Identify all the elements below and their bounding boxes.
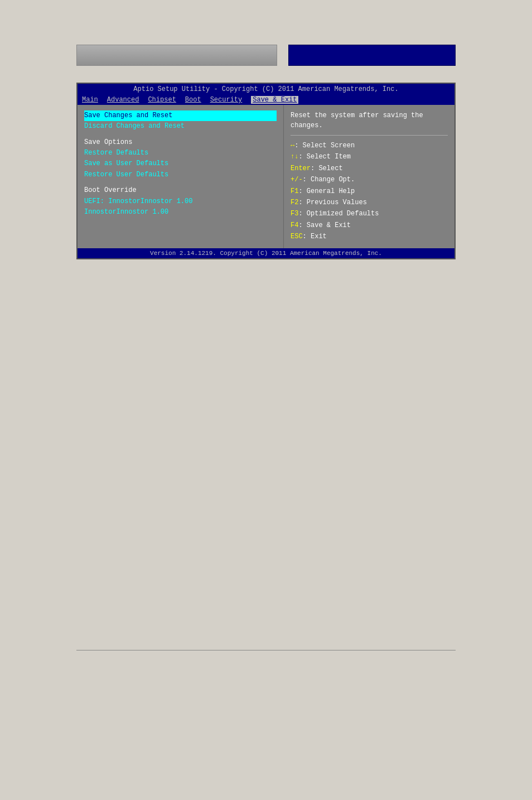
page-wrapper: Aptio Setup Utility - Copyright (C) 2011… xyxy=(0,0,532,800)
key-help-enter: Enter: Select xyxy=(291,163,448,174)
menu-item-boot[interactable]: Boot xyxy=(185,96,201,104)
bios-right-panel: Reset the system after saving the change… xyxy=(284,105,454,248)
bios-help-text: Reset the system after saving the change… xyxy=(291,110,448,131)
key-help-f3: F3: Optimized Defaults xyxy=(291,208,448,219)
menu-restore-user-defaults[interactable]: Restore User Defaults xyxy=(84,170,277,180)
spacer-2 xyxy=(84,180,277,186)
menu-item-security[interactable]: Security xyxy=(210,96,243,104)
bottom-rule-area xyxy=(76,650,456,653)
menu-uefi-innostor[interactable]: UEFI: InnostorInnostor 1.00 xyxy=(84,196,277,207)
bios-title-bar: Aptio Setup Utility - Copyright (C) 2011… xyxy=(78,84,454,95)
key-help-select-item: ↑↓: Select Item xyxy=(291,151,448,162)
key-help-f4: F4: Save & Exit xyxy=(291,220,448,231)
bios-footer: Version 2.14.1219. Copyright (C) 2011 Am… xyxy=(78,248,454,258)
menu-item-main[interactable]: Main xyxy=(82,96,98,104)
bios-title-text: Aptio Setup Utility - Copyright (C) 2011… xyxy=(133,85,398,93)
header-save-options: Save Options xyxy=(84,137,277,148)
menu-discard-changes-reset[interactable]: Discard Changes and Reset xyxy=(84,121,277,132)
top-bar-area xyxy=(76,45,456,66)
bios-left-panel: Save Changes and Reset Discard Changes a… xyxy=(78,105,284,248)
menu-save-as-user-defaults[interactable]: Save as User Defaults xyxy=(84,158,277,169)
top-bar-left xyxy=(76,45,277,66)
bios-container: Aptio Setup Utility - Copyright (C) 2011… xyxy=(76,83,456,259)
key-help-select-screen: ↔: Select Screen xyxy=(291,140,448,151)
spacer-1 xyxy=(84,132,277,137)
header-boot-override: Boot Override xyxy=(84,185,277,196)
menu-innostor[interactable]: InnostorInnostor 1.00 xyxy=(84,207,277,218)
bios-menu-bar: Main Advanced Chipset Boot Security Save… xyxy=(78,95,454,105)
key-help-f1: F1: General Help xyxy=(291,186,448,197)
menu-item-chipset[interactable]: Chipset xyxy=(148,96,176,104)
menu-item-advanced[interactable]: Advanced xyxy=(107,96,139,104)
menu-save-changes-reset[interactable]: Save Changes and Reset xyxy=(84,110,277,121)
bios-key-help: ↔: Select Screen ↑↓: Select Item Enter: … xyxy=(291,140,448,243)
bios-divider xyxy=(291,135,448,136)
bios-content: Save Changes and Reset Discard Changes a… xyxy=(78,105,454,248)
top-bar-right xyxy=(288,45,456,66)
key-help-plus-minus: +/-: Change Opt. xyxy=(291,174,448,185)
menu-item-save-exit[interactable]: Save & Exit xyxy=(251,96,298,104)
bios-footer-text: Version 2.14.1219. Copyright (C) 2011 Am… xyxy=(150,250,382,257)
key-help-esc: ESC: Exit xyxy=(291,231,448,242)
menu-restore-defaults[interactable]: Restore Defaults xyxy=(84,148,277,158)
key-help-f2: F2: Previous Values xyxy=(291,197,448,208)
